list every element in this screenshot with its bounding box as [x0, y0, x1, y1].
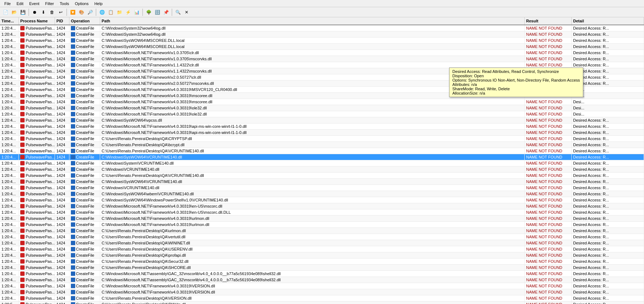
col-header-time[interactable]: Time...	[0, 17, 19, 25]
table-row[interactable]: 1:20:4... PulsewavePas... 1424 CreateFil…	[0, 111, 644, 117]
table-row[interactable]: 1:20:4... PulsewavePas... 1424 CreateFil…	[0, 179, 644, 185]
toolbar-filter[interactable]: 🔽	[69, 8, 77, 16]
table-row[interactable]: 1:20:4... PulsewavePas... 1424 CreateFil…	[0, 68, 644, 74]
process-icon	[20, 118, 25, 122]
cell-time: 1:20:4...	[0, 240, 19, 246]
table-row[interactable]: 1:20:4... PulsewavePas... 1424 CreateFil…	[0, 252, 644, 259]
process-icon	[20, 69, 25, 73]
cell-operation: CreateFile	[69, 259, 100, 264]
table-row[interactable]: 1:20:4... PulsewavePas... 1424 CreateFil…	[0, 62, 644, 68]
toolbar-clear[interactable]: 🗑	[48, 8, 56, 16]
toolbar-properties[interactable]: 📌	[162, 8, 170, 16]
table-row[interactable]: 1:20:4... PulsewavePas... 1424 CreateFil…	[0, 222, 644, 228]
toolbar-hex[interactable]: 🔢	[153, 8, 161, 16]
table-row[interactable]: 1:20:4... PulsewavePas... 1424 CreateFil…	[0, 148, 644, 154]
table-row[interactable]: 1:20:4... PulsewavePas... 1424 CreateFil…	[0, 130, 644, 136]
cell-operation: CreateFile	[69, 295, 100, 301]
table-row[interactable]: 1:20:4... PulsewavePas... 1424 CreateFil…	[0, 81, 644, 87]
toolbar-show-network[interactable]: 🌐	[98, 8, 106, 16]
table-row[interactable]: 1:20:4... PulsewavePas... 1424 CreateFil…	[0, 259, 644, 265]
table-row[interactable]: 1:20:4... PulsewavePas... 1424 CreateFil…	[0, 173, 644, 179]
table-row[interactable]: 1:20:4... PulsewavePas... 1424 CreateFil…	[0, 185, 644, 191]
col-header-pid[interactable]: PID	[55, 17, 69, 25]
cell-time: 1:20:4...	[0, 117, 19, 123]
toolbar-zoom[interactable]: 🔍	[174, 8, 182, 16]
cell-detail: Desired Access: R...	[572, 222, 644, 227]
cell-result: NAME NOT FOUND	[525, 277, 572, 283]
toolbar-show-fs[interactable]: 📁	[115, 8, 123, 16]
toolbar-capture[interactable]: ⏺	[31, 8, 39, 16]
menu-filter[interactable]: Filter	[42, 1, 57, 6]
col-header-process[interactable]: Process Name	[19, 17, 55, 25]
toolbar-new[interactable]: 📄	[1, 8, 9, 16]
table-row[interactable]: 1:20:4... PulsewavePas... 1424 CreateFil…	[0, 123, 644, 130]
operation-icon	[71, 210, 75, 214]
table-row[interactable]: 1:20:4... PulsewavePas... 1424 CreateFil…	[0, 240, 644, 246]
toolbar-show-profile[interactable]: 📊	[133, 8, 141, 16]
toolbar-close[interactable]: ✕	[183, 8, 191, 16]
table-row[interactable]: 1:20:4... PulsewavePas... 1424 CreateFil…	[0, 56, 644, 62]
table-row[interactable]: 1:20:4... PulsewavePas... 1424 CreateFil…	[0, 38, 644, 44]
toolbar-search[interactable]: 🔎	[86, 8, 94, 16]
table-row[interactable]: 1:20:4... PulsewavePas... 1424 CreateFil…	[0, 228, 644, 234]
process-icon	[20, 100, 25, 104]
table-row[interactable]: 1:20:4... PulsewavePas... 1424 CreateFil…	[0, 191, 644, 197]
col-header-operation[interactable]: Operation	[69, 17, 100, 25]
table-row[interactable]: 1:20:4... PulsewavePas... 1424 CreateFil…	[0, 289, 644, 295]
col-header-path[interactable]: Path	[100, 17, 525, 25]
table-row[interactable]: 1:20:4... PulsewavePas... 1424 CreateFil…	[0, 74, 644, 81]
cell-detail: Desired Access: R...	[572, 259, 644, 264]
toolbar-autoscroll[interactable]: ⬇	[39, 8, 47, 16]
cell-path: C:\Windows\SysWOW64\VCRUNTIME140.dll	[100, 154, 525, 160]
toolbar-show-process[interactable]: ⚡	[124, 8, 132, 16]
table-row[interactable]: 1:20:4... PulsewavePas... 1424 CreateFil…	[0, 197, 644, 203]
table-row[interactable]: 1:20:4... PulsewavePas... 1424 CreateFil…	[0, 154, 644, 160]
cell-detail: Desired Access: R...	[572, 117, 644, 123]
process-icon	[20, 155, 25, 159]
table-row[interactable]: 1:20:4... PulsewavePas... 1424 CreateFil…	[0, 44, 644, 50]
table-row[interactable]: 1:20:4... PulsewavePas... 1424 CreateFil…	[0, 216, 644, 222]
cell-process: PulsewavePas...	[19, 216, 55, 221]
menu-tools[interactable]: Tools	[57, 1, 72, 6]
toolbar-open[interactable]: 📂	[10, 8, 18, 16]
table-row[interactable]: 1:20:4... PulsewavePas... 1424 CreateFil…	[0, 209, 644, 216]
toolbar-process-tree[interactable]: 🌳	[145, 8, 153, 16]
table-row[interactable]: 1:20:4... PulsewavePas... 1424 CreateFil…	[0, 295, 644, 301]
table-row[interactable]: 1:20:4... PulsewavePas... 1424 CreateFil…	[0, 283, 644, 289]
table-row[interactable]: 1:20:4... PulsewavePas... 1424 CreateFil…	[0, 277, 644, 283]
table-row[interactable]: 1:20:4... PulsewavePas... 1424 CreateFil…	[0, 31, 644, 38]
table-row[interactable]: 1:20:5... PulsewavePas... 1424 CreateFil…	[0, 301, 644, 304]
table-row[interactable]: 1:20:4... PulsewavePas... 1424 CreateFil…	[0, 142, 644, 148]
table-row[interactable]: 1:20:4... PulsewavePas... 1424 CreateFil…	[0, 246, 644, 252]
table-row[interactable]: 1:20:4... PulsewavePas... 1424 CreateFil…	[0, 234, 644, 240]
table-row[interactable]: 1:20:4... PulsewavePas... 1424 CreateFil…	[0, 203, 644, 209]
col-header-detail[interactable]: Detail	[572, 17, 644, 25]
table-row[interactable]: 1:20:4... PulsewavePas... 1424 CreateFil…	[0, 50, 644, 56]
menu-file[interactable]: File	[1, 1, 14, 6]
col-header-result[interactable]: Result	[525, 17, 572, 25]
table-row[interactable]: 1:20:4... PulsewavePas... 1424 CreateFil…	[0, 271, 644, 277]
table-row[interactable]: 1:20:4... PulsewavePas... 1424 CreateFil…	[0, 136, 644, 142]
menu-edit[interactable]: Edit	[14, 1, 26, 6]
cell-path: C:\Windows\SysWOW64\wbem\VCRUNTIME140.dl…	[100, 191, 525, 197]
table-row[interactable]: 1:20:4... PulsewavePas... 1424 CreateFil…	[0, 160, 644, 166]
menu-event[interactable]: Event	[26, 1, 42, 6]
toolbar-show-registry[interactable]: 📋	[107, 8, 115, 16]
table-row[interactable]: 1:20:4... PulsewavePas... 1424 CreateFil…	[0, 93, 644, 99]
toolbar-save[interactable]: 💾	[19, 8, 27, 16]
menu-help[interactable]: Help	[91, 1, 106, 6]
menu-options[interactable]: Options	[72, 1, 91, 6]
table-row[interactable]: 1:20:4... PulsewavePas... 1424 CreateFil…	[0, 117, 644, 123]
operation-icon	[71, 272, 75, 276]
table-row[interactable]: 1:20:4... PulsewavePas... 1424 CreateFil…	[0, 105, 644, 111]
table-row[interactable]: 1:20:4... PulsewavePas... 1424 CreateFil…	[0, 25, 644, 31]
cell-result: NAME NOT FOUND	[525, 191, 572, 197]
table-row[interactable]: 1:20:4... PulsewavePas... 1424 CreateFil…	[0, 265, 644, 271]
table-row[interactable]: 1:20:4... PulsewavePas... 1424 CreateFil…	[0, 166, 644, 173]
toolbar-highlight[interactable]: 🎨	[77, 8, 85, 16]
cell-operation: CreateFile	[69, 160, 100, 166]
toolbar-deselect[interactable]: ↩	[57, 8, 65, 16]
table-row[interactable]: 1:20:4... PulsewavePas... 1424 CreateFil…	[0, 87, 644, 93]
table-row[interactable]: 1:20:4... PulsewavePas... 1424 CreateFil…	[0, 99, 644, 105]
table-container[interactable]: 1:20:4... PulsewavePas... 1424 CreateFil…	[0, 25, 644, 304]
